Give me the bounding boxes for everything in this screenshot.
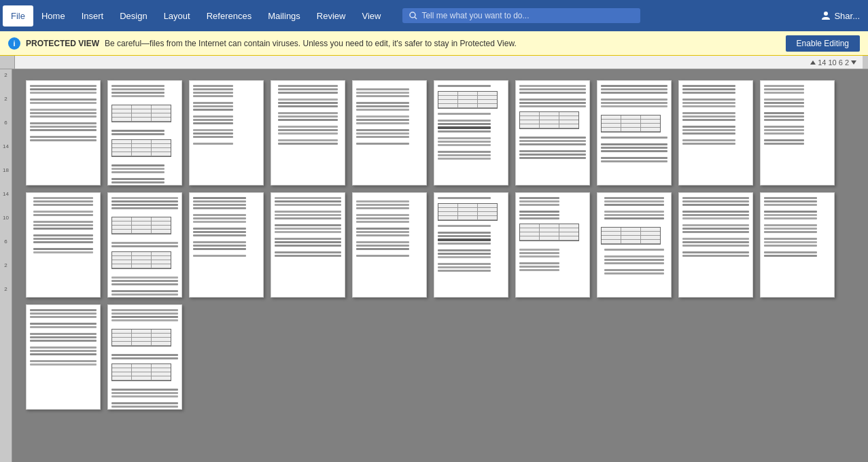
menu-insert[interactable]: Insert bbox=[73, 5, 112, 26]
pages-area[interactable] bbox=[12, 69, 868, 462]
menu-references[interactable]: References bbox=[198, 5, 260, 26]
svg-point-2 bbox=[824, 12, 828, 16]
page-thumb[interactable] bbox=[271, 192, 345, 298]
page-thumb[interactable] bbox=[434, 192, 508, 298]
menu-bar: File Home Insert Design Layout Reference… bbox=[0, 0, 868, 31]
page-thumb[interactable] bbox=[189, 192, 264, 298]
page-thumb[interactable] bbox=[434, 80, 508, 185]
ruler-area: 14 10 6 2 bbox=[0, 56, 868, 69]
page-thumb[interactable] bbox=[760, 192, 835, 298]
menu-view[interactable]: View bbox=[353, 5, 389, 26]
enable-editing-button[interactable]: Enable Editing bbox=[786, 35, 860, 52]
page-thumb[interactable] bbox=[26, 192, 101, 298]
page-thumb[interactable] bbox=[107, 304, 182, 410]
protected-message: Be careful—files from the Internet can c… bbox=[105, 39, 517, 48]
page-thumb[interactable] bbox=[597, 80, 672, 185]
search-icon bbox=[409, 12, 417, 20]
page-thumb[interactable] bbox=[107, 192, 182, 298]
menu-design[interactable]: Design bbox=[111, 5, 155, 26]
page-thumb[interactable] bbox=[26, 80, 101, 185]
page-nav-up-icon[interactable] bbox=[810, 59, 816, 66]
page-thumb[interactable] bbox=[597, 192, 672, 298]
search-placeholder: Tell me what you want to do... bbox=[421, 11, 529, 20]
user-icon bbox=[820, 10, 831, 21]
menu-file[interactable]: File bbox=[3, 5, 33, 26]
search-box[interactable]: Tell me what you want to do... bbox=[402, 8, 640, 23]
ruler-main: 14 10 6 2 bbox=[15, 56, 863, 69]
menu-mailings[interactable]: Mailings bbox=[260, 5, 309, 26]
page-thumb[interactable] bbox=[678, 192, 753, 298]
protected-view-bar: i PROTECTED VIEW Be careful—files from t… bbox=[0, 31, 868, 56]
page-counter: 14 10 6 2 bbox=[810, 58, 857, 67]
page-thumb[interactable] bbox=[107, 80, 182, 185]
svg-marker-4 bbox=[851, 60, 856, 65]
svg-line-1 bbox=[415, 17, 417, 19]
page-thumb[interactable] bbox=[352, 192, 427, 298]
svg-marker-3 bbox=[810, 60, 816, 65]
pages-grid bbox=[26, 80, 854, 410]
page-thumb[interactable] bbox=[515, 80, 590, 185]
page-thumb[interactable] bbox=[189, 80, 264, 185]
page-thumb[interactable] bbox=[271, 80, 345, 185]
main-content: 2 2 6 14 18 14 10 6 2 2 bbox=[0, 69, 868, 462]
left-ruler: 2 2 6 14 18 14 10 6 2 2 bbox=[0, 69, 12, 462]
page-thumb[interactable] bbox=[26, 304, 101, 410]
page-counter-text: 14 10 6 2 bbox=[818, 58, 849, 67]
page-nav-down-icon[interactable] bbox=[850, 59, 857, 66]
page-thumb[interactable] bbox=[760, 80, 835, 185]
protected-icon: i bbox=[8, 37, 20, 50]
ruler-corner bbox=[5, 56, 15, 69]
protected-label: PROTECTED VIEW bbox=[26, 39, 99, 48]
menu-home[interactable]: Home bbox=[33, 5, 73, 26]
share-button[interactable]: Shar... bbox=[815, 7, 865, 24]
page-thumb[interactable] bbox=[352, 80, 427, 185]
menu-review[interactable]: Review bbox=[309, 5, 354, 26]
menu-layout[interactable]: Layout bbox=[156, 5, 198, 26]
page-thumb[interactable] bbox=[515, 192, 590, 298]
share-label: Shar... bbox=[834, 11, 860, 21]
page-thumb[interactable] bbox=[678, 80, 753, 185]
svg-point-0 bbox=[410, 12, 415, 18]
